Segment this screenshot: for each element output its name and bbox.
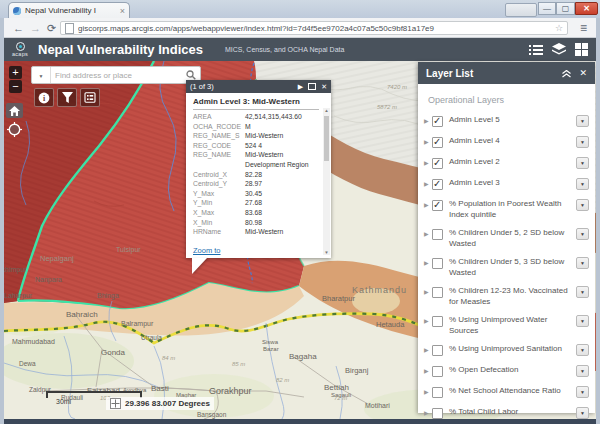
window-maximize-button[interactable]: ▢ xyxy=(556,2,575,15)
search-input[interactable] xyxy=(51,71,182,80)
window-minimize-button[interactable]: — xyxy=(538,2,556,15)
expand-arrow-icon[interactable]: ▶ xyxy=(424,180,432,187)
layer-checkbox[interactable] xyxy=(432,200,443,211)
browser-extension-button[interactable] xyxy=(505,3,537,17)
filter-icon xyxy=(62,92,73,103)
expand-arrow-icon[interactable]: ▶ xyxy=(424,159,432,166)
layer-list-item[interactable]: ▶% Using Unimproved Sanitation▼ xyxy=(418,340,595,361)
zoom-out-button[interactable]: − xyxy=(9,80,22,93)
layer-list-item[interactable]: ▶% Open Defecation▼ xyxy=(418,361,595,382)
layer-checkbox[interactable] xyxy=(432,158,443,169)
scrollbar-thumb[interactable] xyxy=(324,116,329,161)
layer-checkbox[interactable] xyxy=(432,179,443,190)
home-button[interactable] xyxy=(6,103,23,118)
layer-menu-button[interactable]: ▼ xyxy=(576,386,589,398)
layer-menu-button[interactable]: ▼ xyxy=(576,178,589,190)
expand-arrow-icon[interactable]: ▶ xyxy=(424,346,432,353)
layer-list-item[interactable]: ▶Admin Level 3▼ xyxy=(418,174,595,195)
expand-arrow-icon[interactable]: ▶ xyxy=(424,388,432,395)
layers-icon[interactable] xyxy=(552,43,566,56)
coordinate-readout: 29.396 83.007 Degrees xyxy=(125,399,210,408)
locate-button[interactable] xyxy=(7,122,22,137)
layer-checkbox[interactable] xyxy=(432,229,443,240)
scroll-up-icon[interactable]: ▲ xyxy=(323,108,330,113)
popup-maximize-icon[interactable] xyxy=(308,83,316,90)
apps-grid-icon[interactable] xyxy=(575,43,588,56)
coordinate-crosshair-icon[interactable] xyxy=(110,398,121,409)
layer-list-item[interactable]: ▶Admin Level 4▼ xyxy=(418,132,595,153)
page-icon xyxy=(65,23,74,34)
scroll-down-icon[interactable]: ▼ xyxy=(323,250,330,255)
expand-arrow-icon[interactable]: ▶ xyxy=(424,367,432,374)
layer-list-item[interactable]: ▶Admin Level 2▼ xyxy=(418,153,595,174)
layer-label: % Using Unimproved Sanitation xyxy=(449,344,576,355)
layer-menu-button[interactable]: ▼ xyxy=(576,115,589,127)
back-icon[interactable]: ← xyxy=(13,20,24,36)
layer-checkbox[interactable] xyxy=(432,137,443,148)
expand-arrow-icon[interactable]: ▶ xyxy=(424,138,432,145)
layer-checkbox[interactable] xyxy=(432,366,443,377)
search-widget: ▼ xyxy=(31,66,201,84)
window-close-button[interactable]: ✕ xyxy=(575,2,598,15)
zoom-to-link[interactable]: Zoom to xyxy=(193,246,221,255)
expand-arrow-icon[interactable]: ▶ xyxy=(424,409,432,416)
layer-list-item[interactable]: ▶% Children Under 5, 3 SD below Wasted▼ xyxy=(418,253,595,282)
layer-checkbox[interactable] xyxy=(432,345,443,356)
layer-menu-button[interactable]: ▼ xyxy=(576,257,589,269)
field-value: 42,514,315,443.60 xyxy=(245,112,302,122)
layer-menu-button[interactable]: ▼ xyxy=(576,365,589,377)
layer-list-item[interactable]: ▶% Using Unimproved Water Sources▼ xyxy=(418,311,595,340)
layer-checkbox[interactable] xyxy=(432,116,443,127)
browser-tab[interactable]: Nepal Vulnerability I × xyxy=(8,2,130,18)
layer-checkbox[interactable] xyxy=(432,387,443,398)
popup-title: Admin Level 3: Mid-Western xyxy=(193,97,319,110)
bookmark-star-icon[interactable]: ☆ xyxy=(555,23,563,33)
layer-menu-button[interactable]: ▼ xyxy=(576,157,589,169)
expand-arrow-icon[interactable]: ▶ xyxy=(424,288,432,295)
popup-scrollbar[interactable]: ▲ ▼ xyxy=(323,108,330,255)
layer-menu-button[interactable]: ▼ xyxy=(576,228,589,240)
info-widget-button[interactable]: i xyxy=(34,88,54,107)
expand-arrow-icon[interactable]: ▶ xyxy=(424,317,432,324)
layer-list-item[interactable]: ▶% Children Under 5, 2 SD below Wasted▼ xyxy=(418,224,595,253)
layer-checkbox[interactable] xyxy=(432,287,443,298)
layer-list-item[interactable]: ▶% Net School Attendance Ratio▼ xyxy=(418,382,595,403)
layer-checkbox[interactable] xyxy=(432,258,443,269)
reload-icon[interactable]: ⟳ xyxy=(47,20,56,36)
expand-arrow-icon[interactable]: ▶ xyxy=(424,259,432,266)
address-bar[interactable]: giscorps.maps.arcgis.com/apps/webappview… xyxy=(60,21,568,35)
popup-field-row: Y_Max30.45 xyxy=(193,189,319,199)
legend-icon[interactable] xyxy=(529,44,543,56)
layer-checkbox[interactable] xyxy=(432,408,443,419)
layer-checkbox[interactable] xyxy=(432,316,443,327)
layer-menu-button[interactable]: ▼ xyxy=(576,315,589,327)
field-value: 80.98 xyxy=(245,218,262,228)
layer-list-item[interactable]: ▶% Children 12-23 Mo. Vaccinated for Mea… xyxy=(418,282,595,311)
field-name: Y_Max xyxy=(193,189,245,199)
layer-list-item[interactable]: ▶% Population in Poorest Wealth Index qu… xyxy=(418,195,595,224)
forward-icon[interactable]: → xyxy=(30,20,41,36)
popup-header[interactable]: (1 of 3) ▶ ✕ xyxy=(186,80,331,93)
popup-next-icon[interactable]: ▶ xyxy=(298,83,303,91)
expand-arrow-icon[interactable]: ▶ xyxy=(424,201,432,208)
expand-arrow-icon[interactable]: ▶ xyxy=(424,230,432,237)
tab-close-icon[interactable]: × xyxy=(120,7,125,15)
list-widget-button[interactable] xyxy=(80,88,100,107)
layer-menu-button[interactable]: ▼ xyxy=(576,199,589,211)
expand-arrow-icon[interactable]: ▶ xyxy=(424,117,432,124)
filter-widget-button[interactable] xyxy=(57,88,77,107)
layer-menu-button[interactable]: ▼ xyxy=(576,136,589,148)
browser-menu-icon[interactable]: ≡ xyxy=(580,20,587,36)
popup-close-icon[interactable]: ✕ xyxy=(321,83,327,91)
layer-list-item[interactable]: ▶Admin Level 5▼ xyxy=(418,111,595,132)
collapse-panel-icon[interactable] xyxy=(562,64,571,82)
zoom-in-button[interactable]: + xyxy=(9,66,22,79)
search-source-dropdown[interactable]: ▼ xyxy=(32,67,51,83)
url-text[interactable]: giscorps.maps.arcgis.com/apps/webappview… xyxy=(78,24,552,33)
tab-favicon-icon xyxy=(13,7,21,15)
close-panel-icon[interactable]: ✕ xyxy=(579,68,587,78)
layer-menu-button[interactable]: ▼ xyxy=(576,344,589,356)
layer-label: % Total Child Labor xyxy=(449,407,576,418)
layer-menu-button[interactable]: ▼ xyxy=(576,286,589,298)
layer-menu-button[interactable]: ▼ xyxy=(576,407,589,419)
